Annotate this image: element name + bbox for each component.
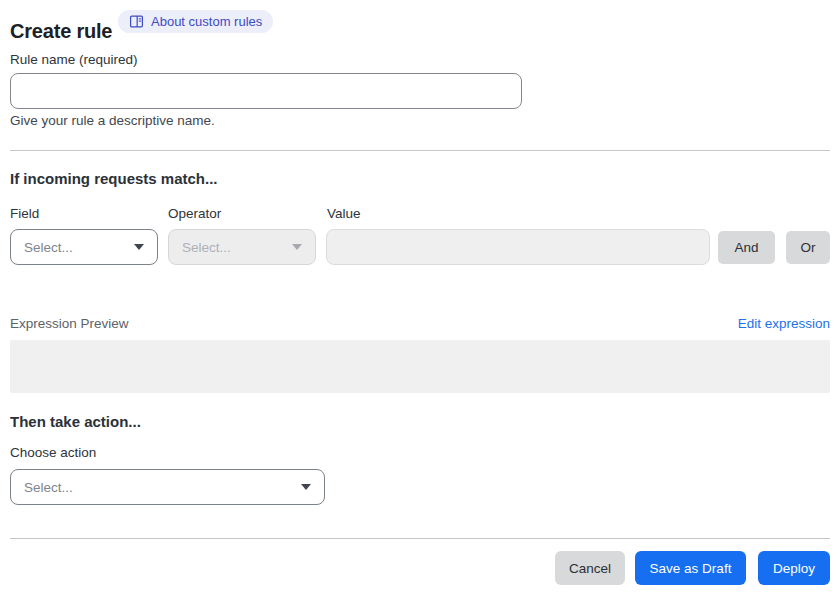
- action-select[interactable]: Select...: [10, 469, 325, 505]
- value-column-label: Value: [327, 206, 361, 221]
- field-column-label: Field: [10, 206, 39, 221]
- rule-name-label: Rule name (required): [10, 52, 138, 67]
- about-custom-rules-link[interactable]: About custom rules: [118, 10, 273, 33]
- deploy-button[interactable]: Deploy: [758, 551, 830, 585]
- operator-select: Select...: [168, 229, 316, 265]
- create-rule-page: Create rule About custom rules Rule name…: [0, 0, 839, 597]
- footer-divider: [10, 538, 830, 539]
- operator-column-label: Operator: [168, 206, 221, 221]
- field-select[interactable]: Select...: [10, 229, 158, 265]
- about-custom-rules-label: About custom rules: [151, 14, 262, 29]
- or-button[interactable]: Or: [786, 231, 830, 264]
- field-select-placeholder: Select...: [24, 240, 73, 255]
- cancel-button[interactable]: Cancel: [555, 551, 625, 585]
- operator-select-placeholder: Select...: [182, 240, 231, 255]
- and-button[interactable]: And: [718, 231, 775, 264]
- action-select-placeholder: Select...: [24, 480, 73, 495]
- rule-name-helper-text: Give your rule a descriptive name.: [10, 113, 215, 128]
- expression-preview-box: [10, 340, 830, 393]
- chevron-down-icon: [134, 244, 144, 250]
- choose-action-label: Choose action: [10, 445, 96, 460]
- action-section-heading: Then take action...: [10, 413, 141, 430]
- match-section-heading: If incoming requests match...: [10, 170, 218, 187]
- rule-name-input[interactable]: [10, 73, 522, 109]
- expression-preview-label: Expression Preview: [10, 316, 129, 331]
- edit-expression-link[interactable]: Edit expression: [738, 316, 830, 331]
- chevron-down-icon: [301, 484, 311, 490]
- section-divider: [10, 150, 830, 151]
- page-title: Create rule: [10, 20, 112, 43]
- chevron-down-icon: [292, 244, 302, 250]
- book-icon: [129, 14, 144, 29]
- value-input: [326, 229, 710, 265]
- save-as-draft-button[interactable]: Save as Draft: [635, 551, 746, 585]
